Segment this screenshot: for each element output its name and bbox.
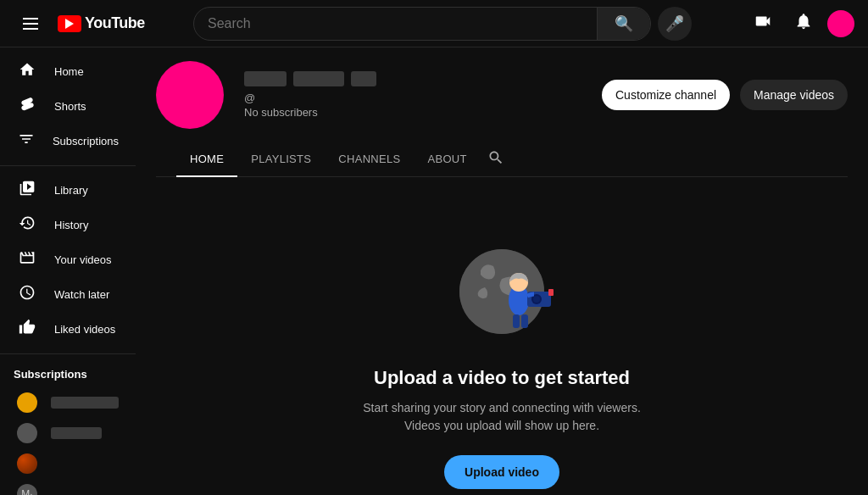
microphone-button[interactable]: 🎤 [658,7,692,41]
search-bar: 🔍 [193,7,651,41]
name-block-3 [351,71,376,86]
sidebar-label-your-videos: Your videos [54,253,111,266]
sidebar-label-watch-later: Watch later [54,288,109,301]
tab-playlists[interactable]: PLAYLISTS [237,142,325,177]
subscription-label-2 [51,427,102,439]
sidebar-item-your-videos[interactable]: Your videos [3,242,132,277]
logo-text: YouTube [85,14,145,32]
subscriptions-section-title: Subscriptions [0,361,136,387]
subscription-item-2[interactable] [3,418,132,448]
sidebar-label-history: History [54,219,88,231]
header-left: YouTube [14,7,183,41]
sidebar-label-library: Library [54,184,88,197]
sidebar-item-shorts[interactable]: Shorts [3,89,132,124]
sidebar-divider-1 [0,165,136,166]
header-center: 🔍 🎤 [190,7,695,41]
subscription-label-1 [51,397,119,409]
subscriptions-icon [17,131,36,152]
svg-rect-8 [513,314,520,328]
hamburger-icon [23,18,38,30]
channel-header: @ No subscribers Customize channel Manag… [136,47,868,177]
create-button[interactable] [746,7,780,41]
sidebar-label-subscriptions: Subscriptions [53,135,119,147]
main-content: @ No subscribers Customize channel Manag… [136,47,868,495]
sidebar-item-history[interactable]: History [3,208,132,242]
subscription-avatar-1 [17,392,37,413]
subscription-avatar-2 [17,423,37,443]
customize-channel-button[interactable]: Customize channel [602,80,730,110]
tab-about[interactable]: ABOUT [415,142,481,177]
bell-icon [794,12,813,35]
sidebar-item-library[interactable]: Library [3,173,132,208]
liked-videos-icon [17,319,37,340]
subscription-avatar-m: M· [17,484,37,495]
channel-avatar [156,61,224,129]
sidebar-label-shorts: Shorts [54,100,86,113]
subscription-item-m[interactable]: M· [3,479,132,495]
search-input[interactable] [194,9,597,38]
channel-info: @ No subscribers Customize channel Manag… [156,61,848,129]
channel-details: @ No subscribers [244,71,581,119]
name-block-1 [244,71,287,86]
channel-tabs: HOME PLAYLISTS CHANNELS ABOUT [156,142,848,177]
sidebar: Home Shorts Subscriptions Library His [0,47,136,495]
youtube-icon [58,15,81,32]
upload-video-button[interactable]: Upload video [444,455,559,489]
svg-rect-9 [521,314,528,328]
sidebar-item-subscriptions[interactable]: Subscriptions [3,124,132,159]
your-videos-icon [17,249,37,270]
empty-state: Upload a video to get started Start shar… [136,194,868,495]
search-icon: 🔍 [615,14,633,33]
name-block-2 [293,71,344,86]
user-avatar[interactable] [827,10,854,37]
home-icon [17,61,37,82]
sidebar-item-liked-videos[interactable]: Liked videos [3,312,132,347]
create-icon [754,12,772,35]
subscription-item-1[interactable] [3,387,132,418]
header-right [702,7,854,41]
history-icon [17,214,37,236]
subscription-item-3[interactable] [3,448,132,479]
channel-name-placeholder [244,71,581,86]
sidebar-label-home: Home [54,65,84,78]
logo[interactable]: YouTube [58,14,145,32]
sidebar-item-home[interactable]: Home [3,54,132,89]
svg-rect-7 [548,289,554,296]
sidebar-label-liked-videos: Liked videos [54,323,115,336]
tab-search-icon[interactable] [487,149,504,170]
svg-point-6 [533,296,540,303]
menu-button[interactable] [14,7,47,41]
empty-state-title: Upload a video to get started [374,367,630,389]
sidebar-divider-2 [0,353,136,354]
channel-actions: Customize channel Manage videos [602,80,848,110]
channel-subscribers: No subscribers [244,106,581,119]
body: Home Shorts Subscriptions Library His [0,47,868,495]
tab-channels[interactable]: CHANNELS [325,142,414,177]
search-button[interactable]: 🔍 [597,8,650,40]
tab-home[interactable]: HOME [176,142,237,177]
header: YouTube 🔍 🎤 [0,0,868,47]
shorts-icon [17,96,37,117]
notifications-button[interactable] [787,7,821,41]
library-icon [17,180,37,201]
microphone-icon: 🎤 [665,14,684,33]
manage-videos-button[interactable]: Manage videos [740,80,848,110]
watch-later-icon [17,284,37,305]
empty-illustration [442,228,561,347]
sidebar-item-watch-later[interactable]: Watch later [3,277,132,312]
empty-state-description: Start sharing your story and connecting … [349,399,654,435]
channel-handle: @ [244,92,581,104]
subscription-avatar-3 [17,453,37,474]
